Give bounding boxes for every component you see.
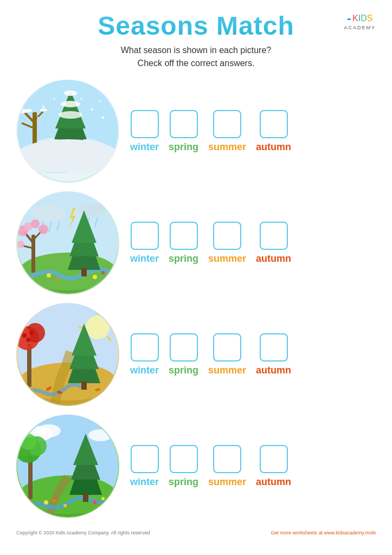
checkbox-winter-3[interactable] [131,333,159,362]
header: Seasons Match - KIDS ACADEMY [16,11,376,41]
svg-point-92 [20,434,36,450]
svg-point-18 [42,106,44,108]
label-winter-2: winter [130,253,159,264]
svg-point-102 [101,497,105,500]
label-autumn-4: autumn [256,476,291,488]
svg-point-98 [54,498,57,500]
logo-academy: ACADEMY [344,25,376,30]
checkbox-winter-2[interactable] [131,222,159,250]
label-summer-1: summer [208,141,246,153]
checkbox-autumn-3[interactable] [260,333,288,362]
footer-website: Get more worksheets at www.kidsacademy.m… [271,530,376,535]
svg-point-101 [93,501,97,505]
summer-scene-image [16,415,119,518]
season-row-1: winter spring summer autumn [16,75,376,187]
logo: - KIDS ACADEMY [344,11,376,30]
autumn-scene-image [16,303,119,406]
label-spring-1: spring [169,141,198,153]
svg-point-55 [101,271,105,274]
svg-point-72 [29,331,34,335]
svg-point-53 [55,278,59,281]
label-spring-2: spring [169,253,198,264]
subtitle-line1: What season is shown in each picture? [121,46,271,55]
check-item-autumn-4: autumn [256,445,291,488]
label-autumn-2: autumn [256,253,291,264]
checkbox-spring-1[interactable] [170,110,198,138]
svg-point-47 [31,220,40,228]
svg-rect-96 [83,493,88,502]
svg-point-20 [65,104,66,105]
rows-container: winter spring summer autumn [16,75,376,522]
label-autumn-1: autumn [256,141,291,153]
svg-point-19 [54,98,55,100]
label-winter-1: winter [130,141,159,153]
label-summer-2: summer [208,253,246,264]
checkboxes-row-2: winter spring summer autumn [130,222,376,264]
check-item-summer-4: summer [208,445,246,488]
checkbox-autumn-4[interactable] [260,445,288,473]
season-row-4: winter spring summer autumn [16,410,376,522]
svg-point-46 [17,241,24,248]
check-item-spring-2: spring [169,222,198,264]
label-spring-3: spring [169,365,198,376]
label-summer-3: summer [208,365,246,376]
svg-point-10 [40,108,47,112]
svg-point-99 [44,500,48,505]
svg-point-71 [22,333,27,338]
svg-rect-88 [28,457,33,499]
svg-point-25 [37,117,39,119]
page: Seasons Match - KIDS ACADEMY What season… [0,0,392,555]
checkbox-spring-4[interactable] [170,445,198,473]
logo-kids: KIDS [352,14,372,23]
svg-point-24 [102,117,104,119]
label-spring-4: spring [169,476,198,488]
check-item-spring-1: spring [169,110,198,153]
checkbox-summer-4[interactable] [213,445,241,473]
label-summer-4: summer [208,476,246,488]
season-row-2: winter spring summer autumn [16,187,376,299]
svg-point-29 [33,205,65,221]
svg-point-85 [88,429,112,441]
checkboxes-row-3: winter spring summer autumn [130,333,376,376]
svg-point-21 [91,108,93,111]
svg-point-23 [81,98,82,100]
checkboxes-row-4: winter spring summer autumn [130,445,376,488]
page-title: Seasons Match [98,11,294,41]
check-item-autumn-1: autumn [256,110,291,153]
logo-dash: - [347,11,351,26]
svg-rect-67 [27,344,31,387]
checkbox-winter-1[interactable] [131,110,159,138]
footer: Copyright © 2020 Kids Academy Company. A… [16,527,376,535]
svg-point-9 [25,109,32,112]
subtitle: What season is shown in each picture? Ch… [121,44,271,70]
checkbox-summer-2[interactable] [213,222,241,250]
check-item-winter-1: winter [130,110,159,153]
svg-point-15 [61,101,80,107]
checkbox-autumn-1[interactable] [260,110,288,138]
svg-point-22 [100,101,101,102]
label-winter-3: winter [130,365,159,376]
checkbox-spring-3[interactable] [170,333,198,362]
checkbox-spring-2[interactable] [170,222,198,250]
checkbox-winter-4[interactable] [131,445,159,473]
svg-point-84 [37,424,61,437]
checkbox-summer-1[interactable] [213,110,241,138]
footer-copyright: Copyright © 2020 Kids Academy Company. A… [16,530,150,535]
check-item-winter-2: winter [130,222,159,264]
svg-point-58 [86,315,110,339]
label-winter-4: winter [130,476,159,488]
svg-point-100 [63,504,67,507]
subtitle-line2: Check off the correct answers. [138,59,255,68]
season-row-3: winter spring summer autumn [16,299,376,410]
check-item-spring-3: spring [169,333,198,376]
winter-scene-image [16,80,119,183]
svg-point-52 [47,273,51,278]
checkbox-autumn-2[interactable] [260,222,288,250]
svg-point-73 [26,338,30,342]
check-item-winter-3: winter [130,333,159,376]
checkbox-summer-3[interactable] [213,333,241,362]
svg-point-16 [59,111,82,119]
check-item-spring-4: spring [169,445,198,488]
svg-rect-17 [68,149,73,160]
svg-point-45 [38,224,48,234]
